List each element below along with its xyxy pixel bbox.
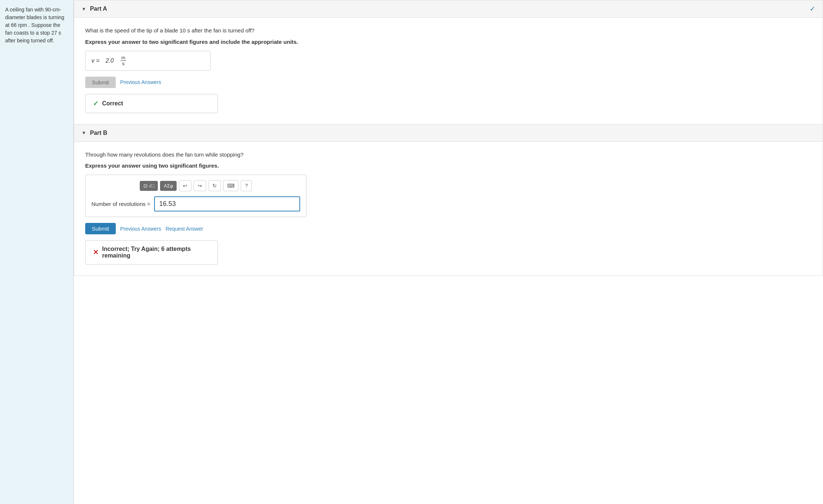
part-a-section: ▼ Part A ✓ What is the speed of the tip …: [74, 0, 823, 125]
keyboard-icon: ⌨: [227, 183, 235, 189]
problem-text: A ceiling fan with 90-cm-diameter blades…: [5, 7, 64, 43]
part-a-var: v =: [91, 57, 100, 64]
part-b-previous-answers-link[interactable]: Previous Answers: [120, 226, 161, 232]
keyboard-button[interactable]: ⌨: [223, 180, 239, 191]
part-b-submit-button[interactable]: Submit: [85, 223, 116, 234]
equation-label: Number of revolutions =: [91, 201, 150, 207]
symbol-button[interactable]: ΑΣφ: [160, 181, 177, 191]
part-a-answer-box: v = 2.0 m s: [85, 51, 211, 71]
math-template-button[interactable]: ⊡ √□: [140, 181, 158, 191]
part-b-result-text: Incorrect; Try Again; 6 attempts remaini…: [102, 246, 210, 259]
part-b-toolbar: ⊡ √□ ΑΣφ ↩ ↪ ↻ ⌨: [91, 180, 300, 191]
part-a-unit: m s: [121, 55, 126, 67]
part-b-request-answer-link[interactable]: Request Answer: [166, 226, 203, 232]
part-a-instruction: Express your answer to two significant f…: [85, 39, 812, 45]
part-a-unit-den: s: [121, 61, 125, 67]
part-a-body: What is the speed of the tip of a blade …: [74, 18, 823, 124]
sidebar: A ceiling fan with 90-cm-diameter blades…: [0, 0, 74, 504]
part-a-math: v = 2.0 m s: [91, 55, 126, 67]
math-template-icon: ⊡ √□: [143, 183, 154, 189]
part-b-body: Through how many revolutions does the fa…: [74, 142, 823, 276]
part-b-input-panel: ⊡ √□ ΑΣφ ↩ ↪ ↻ ⌨: [85, 175, 306, 217]
part-a-correct-check: ✓: [810, 5, 815, 13]
part-a-chevron[interactable]: ▼: [81, 6, 86, 12]
part-a-title: Part A: [90, 6, 107, 12]
part-a-value: 2.0: [105, 57, 114, 64]
refresh-icon: ↻: [212, 183, 217, 189]
part-a-previous-answers-link[interactable]: Previous Answers: [120, 79, 161, 85]
part-a-result-text: Correct: [102, 100, 123, 107]
part-a-check-icon: ✓: [93, 99, 98, 108]
help-icon: ?: [245, 183, 248, 189]
redo-icon: ↪: [198, 183, 202, 189]
part-a-question: What is the speed of the tip of a blade …: [85, 27, 812, 35]
undo-icon: ↩: [183, 183, 187, 189]
part-b-submit-row: Submit Previous Answers Request Answer: [85, 223, 812, 234]
part-b-result-box: ✕ Incorrect; Try Again; 6 attempts remai…: [85, 240, 218, 265]
equation-input[interactable]: [154, 196, 300, 211]
part-a-unit-num: m: [121, 55, 126, 61]
main-content: ▼ Part A ✓ What is the speed of the tip …: [74, 0, 823, 504]
part-b-question: Through how many revolutions does the fa…: [85, 151, 812, 159]
refresh-button[interactable]: ↻: [208, 180, 221, 191]
symbol-icon: ΑΣφ: [164, 183, 173, 189]
part-b-header: ▼ Part B: [74, 125, 823, 142]
part-a-submit-button[interactable]: Submit: [85, 77, 116, 88]
part-b-section: ▼ Part B Through how many revolutions do…: [74, 125, 823, 276]
part-b-chevron[interactable]: ▼: [81, 130, 86, 136]
part-b-title: Part B: [90, 130, 107, 136]
equation-row: Number of revolutions =: [91, 196, 300, 211]
part-a-header: ▼ Part A ✓: [74, 0, 823, 18]
undo-button[interactable]: ↩: [179, 180, 191, 191]
help-button[interactable]: ?: [241, 180, 252, 191]
redo-button[interactable]: ↪: [194, 180, 206, 191]
part-a-submit-row: Submit Previous Answers: [85, 77, 812, 88]
part-a-result-box: ✓ Correct: [85, 94, 218, 113]
part-b-x-icon: ✕: [93, 248, 98, 256]
part-b-instruction: Express your answer using two significan…: [85, 162, 812, 169]
